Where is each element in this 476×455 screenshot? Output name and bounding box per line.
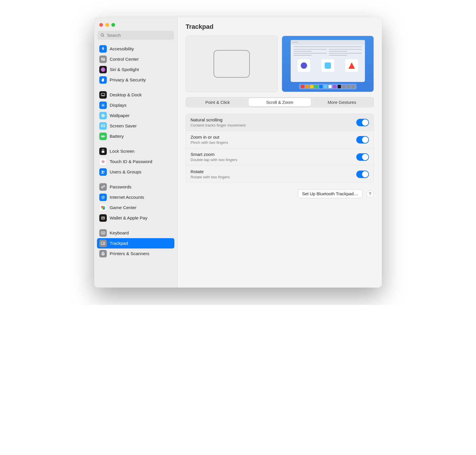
footer: Set Up Bluetooth Trackpad… ? — [186, 189, 374, 198]
search-field[interactable] — [98, 31, 174, 40]
sidebar-item-battery[interactable]: Battery — [97, 131, 174, 142]
sidebar-nav: AccessibilityControl CenterSiri & Spotli… — [94, 43, 177, 288]
desktop-dock-icon — [99, 91, 107, 99]
tab-scroll-zoom[interactable]: Scroll & Zoom — [249, 98, 311, 106]
accessibility-icon — [99, 45, 107, 53]
svg-point-0 — [101, 34, 104, 36]
sidebar-item-passwords[interactable]: Passwords — [97, 182, 174, 192]
toggle-natural-scrolling[interactable] — [356, 119, 369, 126]
svg-rect-40 — [102, 232, 102, 233]
hand-icon — [99, 76, 107, 84]
sidebar-item-label: Control Center — [110, 57, 139, 62]
setting-title: Natural scrolling — [191, 117, 245, 123]
svg-point-4 — [102, 58, 103, 59]
setup-bluetooth-trackpad-button[interactable]: Set Up Bluetooth Trackpad… — [298, 189, 362, 198]
sidebar: AccessibilityControl CenterSiri & Spotli… — [94, 17, 178, 288]
svg-marker-52 — [349, 62, 355, 69]
svg-text:@: @ — [101, 195, 105, 199]
search-input[interactable] — [107, 33, 171, 38]
svg-point-30 — [102, 187, 103, 188]
sidebar-item-label: Desktop & Dock — [110, 92, 142, 98]
sidebar-item-displays[interactable]: Displays — [97, 100, 174, 110]
sidebar-item-desktop-dock[interactable]: Desktop & Dock — [97, 90, 174, 100]
users-icon — [99, 168, 107, 176]
desktop-preview — [282, 36, 374, 92]
battery-icon — [99, 133, 107, 140]
setting-row-zoom-in-or-out: Zoom in or outPinch with two fingers — [186, 131, 374, 148]
svg-rect-42 — [103, 232, 104, 233]
at-icon: @ — [99, 194, 107, 201]
svg-point-20 — [102, 115, 104, 116]
setting-subtitle: Content tracks finger movement — [191, 123, 245, 127]
sidebar-item-internet-accounts[interactable]: @Internet Accounts — [97, 192, 174, 202]
svg-rect-39 — [101, 232, 105, 234]
keyboard-icon — [99, 229, 107, 237]
sidebar-item-label: Battery — [110, 134, 124, 139]
sidebar-item-lock-screen[interactable]: Lock Screen — [97, 146, 174, 156]
setting-subtitle: Double-tap with two fingers — [191, 158, 237, 162]
toggle-rotate[interactable] — [356, 171, 369, 178]
wallpaper-icon — [99, 112, 107, 119]
sidebar-item-keyboard[interactable]: Keyboard — [97, 228, 174, 238]
toggle-zoom-in-or-out[interactable] — [356, 136, 369, 144]
sidebar-item-label: Touch ID & Password — [110, 159, 152, 164]
sidebar-item-users-groups[interactable]: Users & Groups — [97, 167, 174, 177]
svg-rect-48 — [102, 252, 104, 253]
tab-point-click[interactable]: Point & Click — [186, 98, 249, 106]
setting-row-natural-scrolling: Natural scrollingContent tracks finger m… — [186, 114, 374, 131]
toggle-smart-zoom[interactable] — [356, 153, 369, 161]
svg-point-19 — [102, 114, 105, 117]
setting-title: Smart zoom — [191, 152, 237, 157]
printer-icon — [99, 250, 107, 257]
sidebar-item-printers-scanners[interactable]: Printers & Scanners — [97, 248, 174, 259]
setting-subtitle: Pinch with two fingers — [191, 140, 228, 145]
sidebar-item-label: Screen Saver — [110, 123, 137, 129]
svg-rect-44 — [102, 233, 104, 234]
minimize-button[interactable] — [105, 23, 109, 27]
close-button[interactable] — [99, 23, 103, 27]
svg-line-15 — [102, 104, 102, 104]
sidebar-item-touch-id-password[interactable]: Touch ID & Password — [97, 156, 174, 167]
preview-window — [291, 40, 365, 82]
sidebar-item-game-center[interactable]: Game Center — [97, 202, 174, 213]
page-title: Trackpad — [186, 23, 374, 30]
sidebar-item-label: Lock Screen — [110, 149, 134, 154]
svg-point-2 — [102, 47, 104, 48]
svg-rect-43 — [104, 232, 104, 233]
svg-point-50 — [301, 62, 307, 69]
control-center-icon — [99, 56, 107, 63]
sidebar-item-screen-saver[interactable]: Screen Saver — [97, 121, 174, 131]
system-settings-window: AccessibilityControl CenterSiri & Spotli… — [94, 17, 382, 288]
sidebar-item-label: Displays — [110, 103, 127, 108]
svg-point-35 — [103, 207, 105, 210]
search-icon — [100, 33, 105, 37]
sidebar-item-label: Trackpad — [110, 241, 128, 246]
setting-title: Zoom in or out — [191, 135, 228, 140]
setting-title: Rotate — [191, 169, 230, 174]
svg-rect-36 — [102, 217, 105, 219]
svg-point-28 — [102, 171, 103, 172]
sidebar-item-accessibility[interactable]: Accessibility — [97, 44, 174, 54]
setting-row-smart-zoom: Smart zoomDouble-tap with two fingers — [186, 148, 374, 165]
sidebar-item-control-center[interactable]: Control Center — [97, 54, 174, 64]
svg-line-16 — [104, 106, 104, 106]
svg-rect-25 — [102, 136, 104, 137]
svg-rect-26 — [104, 136, 105, 137]
tab-more-gestures[interactable]: More Gestures — [311, 98, 373, 106]
sidebar-item-wallet-apple-pay[interactable]: Wallet & Apple Pay — [97, 213, 174, 223]
svg-point-10 — [102, 104, 104, 106]
sidebar-item-label: Printers & Scanners — [110, 251, 149, 256]
sidebar-item-privacy-security[interactable]: Privacy & Security — [97, 75, 174, 85]
sidebar-item-label: Wallet & Apple Pay — [110, 215, 147, 221]
gamecenter-icon — [99, 204, 107, 211]
svg-rect-9 — [102, 95, 104, 95]
key-icon — [99, 183, 107, 191]
sidebar-item-label: Keyboard — [110, 230, 129, 236]
sidebar-item-wallpaper[interactable]: Wallpaper — [97, 110, 174, 121]
sidebar-item-trackpad[interactable]: Trackpad — [97, 238, 174, 248]
sidebar-item-siri-spotlight[interactable]: Siri & Spotlight — [97, 64, 174, 75]
help-button[interactable]: ? — [366, 190, 374, 198]
touchid-icon — [99, 158, 107, 165]
maximize-button[interactable] — [111, 23, 115, 27]
trackpad-preview — [186, 36, 278, 92]
